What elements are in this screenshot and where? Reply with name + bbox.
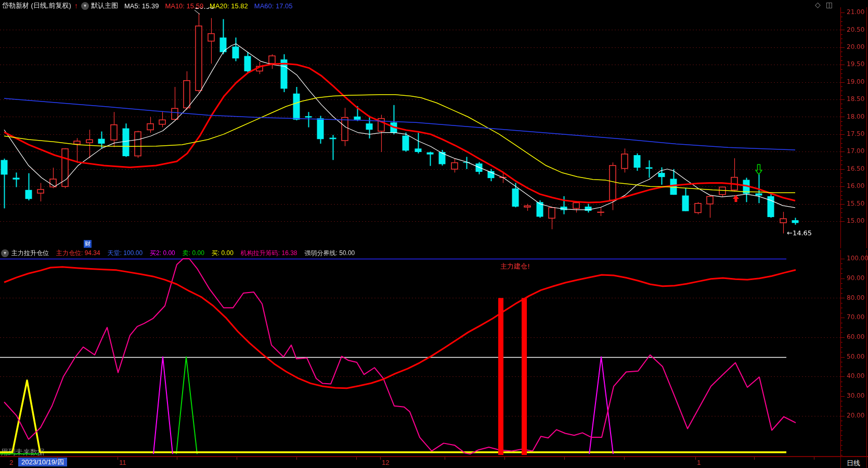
selected-date-chip: 2023/10/19/四 bbox=[18, 458, 67, 466]
ma-label: MA5: 15.39 bbox=[124, 2, 159, 10]
week-tick bbox=[57, 457, 58, 460]
trend-up-icon: ↑ bbox=[74, 2, 78, 10]
period-selector[interactable]: 日线 bbox=[847, 459, 860, 468]
date-axis-bar[interactable]: 2 2023/10/19/四 11121 日线 bbox=[0, 457, 868, 468]
top-toolbar: 岱勒新材 (日线,前复权) ↑ ▾ 默认主图 MA5: 15.39MA10: 1… bbox=[0, 0, 868, 11]
axis-divider bbox=[840, 457, 841, 468]
month-tick bbox=[695, 457, 696, 460]
indicator-field: 机构拉升筹码: 16.38 bbox=[241, 249, 297, 257]
ma-label: MA60: 17.05 bbox=[254, 2, 293, 10]
month-label: 12 bbox=[382, 459, 389, 466]
ma-label: MA20: 15.82 bbox=[210, 2, 248, 10]
indicator-field: 天堂: 100.00 bbox=[108, 249, 142, 257]
week-tick bbox=[445, 457, 445, 460]
week-tick bbox=[624, 457, 625, 460]
week-tick bbox=[356, 457, 357, 460]
week-tick bbox=[564, 457, 565, 460]
clipped-year-label: 2 bbox=[9, 459, 13, 466]
panes-icon[interactable]: ◫ bbox=[826, 1, 838, 9]
finance-event-marker[interactable]: 财 bbox=[84, 240, 92, 248]
indicator-header: ▾ 主力拉升仓位 主力仓位: 94.34天堂: 100.00买2: 0.00卖:… bbox=[0, 248, 837, 258]
right-edge-divider bbox=[866, 457, 867, 468]
week-tick bbox=[814, 457, 814, 460]
week-tick bbox=[504, 457, 505, 460]
week-tick bbox=[296, 457, 297, 460]
week-tick bbox=[754, 457, 755, 460]
topbar-tool-icons: ◇◫ bbox=[815, 1, 838, 9]
month-tick bbox=[380, 457, 381, 460]
month-tick bbox=[118, 457, 118, 460]
chevron-down-icon[interactable]: ▾ bbox=[81, 2, 89, 10]
indicator-field: 卖: 0.00 bbox=[183, 249, 204, 257]
ma-value-labels: MA5: 15.39MA10: 15.59MA20: 15.82MA60: 17… bbox=[118, 2, 293, 10]
collapse-icon[interactable]: ▾ bbox=[1, 249, 9, 257]
indicator-field: 主力仓位: 94.34 bbox=[56, 249, 100, 257]
indicator-field: 买: 0.00 bbox=[212, 249, 234, 257]
main-kline-chart[interactable] bbox=[0, 7, 868, 248]
week-tick bbox=[237, 457, 237, 460]
indicator-values: 主力仓位: 94.34天堂: 100.00买2: 0.00卖: 0.00买: 0… bbox=[49, 249, 355, 258]
ma-label: MA10: 15.59 bbox=[165, 2, 203, 10]
diamond-icon[interactable]: ◇ bbox=[815, 1, 826, 9]
month-label: 1 bbox=[697, 459, 701, 466]
indicator-field: 强弱分界线: 50.00 bbox=[305, 249, 355, 257]
month-label: 11 bbox=[119, 459, 126, 466]
indicator-field: 买2: 0.00 bbox=[150, 249, 175, 257]
week-tick bbox=[177, 457, 177, 460]
indicator-name[interactable]: 主力拉升仓位 bbox=[11, 249, 49, 258]
stock-title: 岱勒新材 (日线,前复权) bbox=[2, 1, 71, 10]
indicator-panel-chart[interactable] bbox=[0, 250, 868, 457]
main-chart-template-label[interactable]: 默认主图 bbox=[91, 1, 118, 10]
